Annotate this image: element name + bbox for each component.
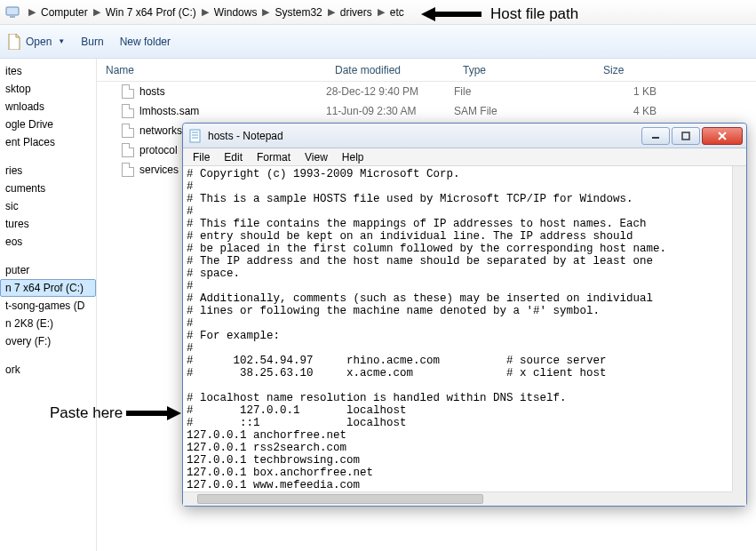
file-type: SAM File — [454, 105, 594, 117]
svg-rect-7 — [682, 132, 689, 140]
close-button[interactable] — [702, 127, 743, 145]
nav-sidebar: ites sktop wnloads ogle Drive ent Places… — [0, 59, 97, 551]
file-size: 1 KB — [594, 85, 674, 98]
breadcrumb-drivers[interactable]: drivers — [340, 6, 372, 19]
svg-marker-10 — [421, 7, 481, 21]
breadcrumb-drive[interactable]: Win 7 x64 Prof (C:) — [106, 6, 196, 19]
scrollbar-horizontal[interactable] — [183, 491, 732, 506]
chevron-right-icon[interactable]: ▶ — [93, 6, 100, 18]
document-icon — [7, 34, 21, 50]
chevron-right-icon[interactable]: ▶ — [202, 6, 209, 18]
column-date[interactable]: Date modified — [326, 64, 454, 76]
annotation-hostpath: Host file path — [421, 5, 578, 23]
file-type: File — [454, 85, 594, 98]
sidebar-desktop[interactable]: sktop — [0, 80, 96, 98]
file-name: hosts — [139, 85, 165, 98]
file-row[interactable]: lmhosts.sam 11-Jun-09 2:30 AM SAM File 4… — [97, 101, 756, 121]
file-icon — [122, 163, 134, 177]
sidebar-favorites[interactable]: ites — [0, 62, 96, 80]
chevron-right-icon[interactable]: ▶ — [378, 6, 385, 18]
menu-help[interactable]: Help — [336, 150, 370, 164]
menu-file[interactable]: File — [187, 150, 216, 164]
column-size[interactable]: Size — [594, 64, 674, 76]
notepad-icon — [188, 129, 203, 143]
scrollbar-vertical[interactable] — [732, 166, 746, 491]
computer-icon — [5, 6, 20, 19]
sidebar-pictures[interactable]: tures — [0, 215, 96, 233]
sidebar-documents[interactable]: cuments — [0, 180, 96, 197]
sidebar-music[interactable]: sic — [0, 197, 96, 215]
arrow-right-icon — [126, 406, 181, 420]
breadcrumb-system32[interactable]: System32 — [275, 6, 322, 19]
svg-marker-11 — [126, 406, 181, 420]
open-label: Open — [26, 36, 52, 48]
sidebar-drive-f[interactable]: overy (F:) — [0, 332, 96, 350]
file-icon — [122, 104, 134, 118]
file-date: 11-Jun-09 2:30 AM — [326, 105, 454, 117]
sidebar-videos[interactable]: eos — [0, 233, 96, 251]
breadcrumb-bar[interactable]: ▶ Computer ▶ Win 7 x64 Prof (C:) ▶ Windo… — [0, 0, 756, 25]
notepad-textarea[interactable]: # Copyright (c) 1993-2009 Microsoft Corp… — [183, 166, 732, 491]
file-icon — [122, 84, 134, 99]
new-folder-button[interactable]: New folder — [120, 36, 171, 48]
scrollbar-thumb[interactable] — [197, 494, 483, 504]
sidebar-recent[interactable]: ent Places — [0, 133, 96, 151]
notepad-menubar: File Edit Format View Help — [183, 148, 746, 166]
minimize-button[interactable] — [641, 127, 670, 145]
file-icon — [122, 143, 134, 157]
file-date: 28-Dec-12 9:40 PM — [326, 85, 454, 98]
file-name: lmhosts.sam — [139, 105, 199, 117]
sidebar-drive-e[interactable]: n 2K8 (E:) — [0, 315, 96, 332]
explorer-toolbar: Open ▼ Burn New folder — [0, 25, 756, 59]
sidebar-drive-c[interactable]: n 7 x64 Prof (C:) — [0, 279, 96, 297]
menu-format[interactable]: Format — [251, 150, 297, 164]
sidebar-drive-d[interactable]: t-song-games (D — [0, 297, 96, 315]
notepad-titlebar[interactable]: hosts - Notepad — [183, 124, 746, 148]
annotation-pastehere-label: Paste here — [50, 404, 123, 422]
scrollbar-corner — [732, 491, 746, 506]
sidebar-googledrive[interactable]: ogle Drive — [0, 116, 96, 133]
file-row[interactable]: hosts 28-Dec-12 9:40 PM File 1 KB — [97, 82, 756, 101]
column-type[interactable]: Type — [454, 64, 594, 76]
breadcrumb-windows[interactable]: Windows — [214, 6, 258, 19]
open-button[interactable]: Open ▼ — [7, 34, 65, 50]
breadcrumb-etc[interactable]: etc — [390, 6, 404, 19]
sidebar-downloads[interactable]: wnloads — [0, 98, 96, 116]
menu-edit[interactable]: Edit — [218, 150, 249, 164]
svg-rect-2 — [190, 130, 200, 142]
burn-button[interactable]: Burn — [81, 36, 103, 48]
sidebar-computer[interactable]: puter — [0, 261, 96, 279]
sidebar-network[interactable]: ork — [0, 361, 96, 379]
chevron-right-icon[interactable]: ▶ — [262, 6, 269, 18]
notepad-window[interactable]: hosts - Notepad File Edit Format View He… — [182, 123, 747, 507]
annotation-pastehere: Paste here — [50, 404, 181, 422]
annotation-hostpath-label: Host file path — [490, 5, 578, 23]
notepad-title: hosts - Notepad — [208, 130, 640, 142]
notepad-body: # Copyright (c) 1993-2009 Microsoft Corp… — [183, 166, 746, 506]
file-name: services — [139, 164, 179, 176]
menu-view[interactable]: View — [298, 150, 334, 164]
svg-rect-1 — [10, 16, 15, 18]
chevron-right-icon[interactable]: ▶ — [28, 6, 36, 18]
svg-rect-0 — [6, 7, 19, 15]
sidebar-libraries[interactable]: ries — [0, 162, 96, 180]
file-icon — [122, 124, 134, 138]
file-name: networks — [139, 124, 182, 137]
column-headers: Name Date modified Type Size — [97, 59, 756, 82]
arrow-left-icon — [421, 7, 481, 21]
maximize-button[interactable] — [672, 127, 700, 145]
column-name[interactable]: Name — [97, 64, 326, 76]
chevron-down-icon[interactable]: ▼ — [58, 37, 65, 45]
breadcrumb-computer[interactable]: Computer — [41, 6, 88, 19]
chevron-right-icon[interactable]: ▶ — [328, 6, 335, 18]
file-size: 4 KB — [594, 105, 674, 117]
file-name: protocol — [139, 144, 178, 156]
